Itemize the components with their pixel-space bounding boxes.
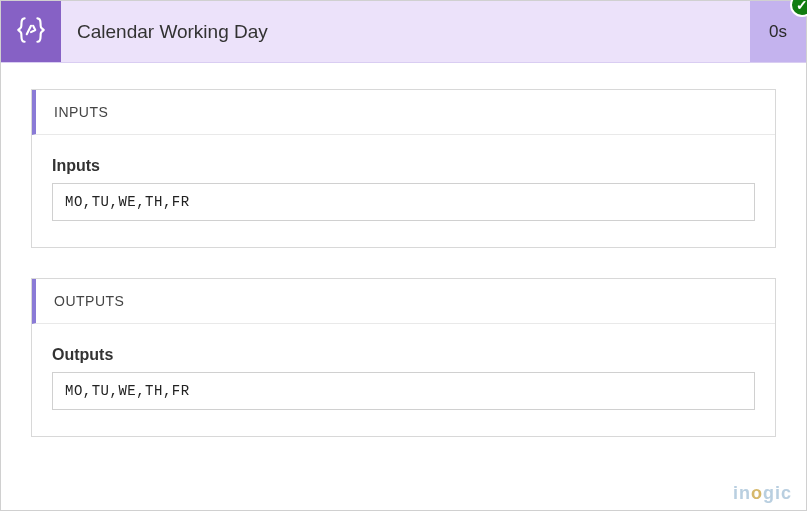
watermark: inogic bbox=[733, 483, 792, 504]
action-icon-container bbox=[1, 1, 61, 62]
card-header[interactable]: Calendar Working Day 0s bbox=[1, 1, 806, 63]
watermark-accent: o bbox=[751, 483, 763, 503]
watermark-pre: in bbox=[733, 483, 751, 503]
action-title: Calendar Working Day bbox=[61, 1, 750, 62]
inputs-field-label: Inputs bbox=[52, 157, 755, 175]
outputs-section-label: OUTPUTS bbox=[32, 279, 775, 324]
card-body: INPUTS Inputs MO,TU,WE,TH,FR OUTPUTS Out… bbox=[1, 63, 806, 477]
outputs-field-label: Outputs bbox=[52, 346, 755, 364]
watermark-post: gic bbox=[763, 483, 792, 503]
inputs-section-label: INPUTS bbox=[32, 90, 775, 135]
action-run-card: Calendar Working Day 0s INPUTS Inputs MO… bbox=[0, 0, 807, 511]
outputs-panel-body: Outputs MO,TU,WE,TH,FR bbox=[32, 324, 775, 436]
outputs-field-value[interactable]: MO,TU,WE,TH,FR bbox=[52, 372, 755, 410]
outputs-panel: OUTPUTS Outputs MO,TU,WE,TH,FR bbox=[31, 278, 776, 437]
inputs-field-value[interactable]: MO,TU,WE,TH,FR bbox=[52, 183, 755, 221]
inputs-panel-body: Inputs MO,TU,WE,TH,FR bbox=[32, 135, 775, 247]
inputs-panel: INPUTS Inputs MO,TU,WE,TH,FR bbox=[31, 89, 776, 248]
compose-braces-icon bbox=[14, 13, 48, 51]
